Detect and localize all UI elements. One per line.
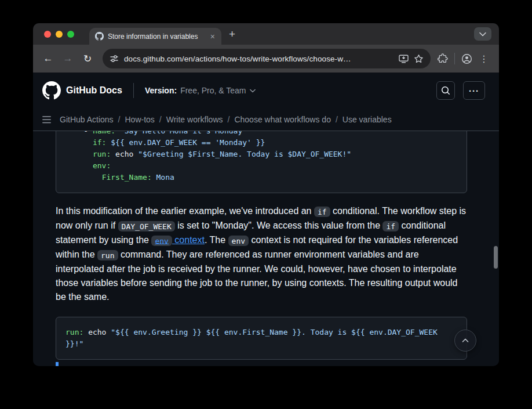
breadcrumb-separator: / xyxy=(228,115,230,124)
inline-code: if xyxy=(314,207,330,217)
tab-strip: Store information in variables × + xyxy=(33,23,499,45)
code-line: if: ${{ env.DAY_OF_WEEK == 'Monday' }} xyxy=(65,137,457,149)
breadcrumb-link[interactable]: Use variables xyxy=(342,115,392,124)
article-paragraph: In this modification of the earlier exam… xyxy=(56,204,467,304)
site-title[interactable]: GitHub Docs xyxy=(66,85,122,96)
inline-code: env xyxy=(228,236,249,246)
toolbar-separator xyxy=(454,53,455,64)
breadcrumb-separator: / xyxy=(336,115,338,124)
site-settings-icon[interactable] xyxy=(110,54,119,63)
env-context-link[interactable]: env context xyxy=(151,235,205,245)
code-line: env: xyxy=(65,160,457,172)
breadcrumb-link[interactable]: Write workflows xyxy=(166,115,223,124)
breadcrumb: GitHub Actions/How-tos/Write workflows/C… xyxy=(60,115,392,124)
window-controls xyxy=(33,31,80,38)
site-header: GitHub Docs Version: Free, Pro, & Team ·… xyxy=(33,73,499,108)
header-divider xyxy=(133,83,134,98)
breadcrumb-separator: / xyxy=(118,115,121,124)
desktop-background: Store information in variables × + ← → ↻ xyxy=(0,0,532,409)
scrollbar-thumb[interactable] xyxy=(494,246,498,269)
search-button[interactable] xyxy=(436,81,455,100)
new-tab-button[interactable]: + xyxy=(229,28,235,39)
browser-toolbar: ← → ↻ docs.github.com/en/actions/how-tos… xyxy=(33,45,499,73)
profile-icon[interactable] xyxy=(461,53,472,64)
breadcrumb-separator: / xyxy=(159,115,162,124)
breadcrumb-link[interactable]: GitHub Actions xyxy=(60,115,114,124)
article-content: - name: "Say Hello Mona it's Monday" if:… xyxy=(33,131,499,366)
partial-element xyxy=(56,362,59,366)
breadcrumb-link[interactable]: Choose what workflows do xyxy=(234,115,331,124)
back-button[interactable]: ← xyxy=(40,50,56,67)
code-line: run: echo "$Greeting $First_Name. Today … xyxy=(65,149,457,160)
back-to-top-button[interactable] xyxy=(454,330,476,352)
browser-menu-icon[interactable]: ⋮ xyxy=(476,50,492,67)
code-line: First_Name: Mona xyxy=(65,172,457,183)
tab-favicon-github-icon xyxy=(94,32,104,41)
paragraph-text: is set to "Monday". We access this value… xyxy=(175,220,383,230)
code-block-run: run: echo "${{ env.Greeting }} ${{ env.F… xyxy=(56,317,467,360)
header-actions: ··· xyxy=(436,81,485,100)
code-block-yaml: - name: "Say Hello Mona it's Monday" if:… xyxy=(56,131,467,193)
close-window-button[interactable] xyxy=(44,31,51,38)
inline-code: DAY_OF_WEEK xyxy=(118,221,175,231)
inline-code: run xyxy=(97,250,118,260)
browser-tab[interactable]: Store information in variables × xyxy=(89,28,221,45)
extensions-icon[interactable] xyxy=(438,53,448,64)
chevron-down-icon[interactable] xyxy=(250,89,256,93)
menu-hamburger-icon[interactable] xyxy=(42,115,52,125)
code-line: - name: "Say Hello Mona it's Monday" xyxy=(65,131,457,137)
breadcrumb-bar: GitHub Actions/How-tos/Write workflows/C… xyxy=(33,108,499,131)
more-options-button[interactable]: ··· xyxy=(463,81,485,100)
install-page-icon[interactable] xyxy=(399,55,409,63)
github-logo-icon[interactable] xyxy=(42,81,61,100)
address-bar[interactable]: docs.github.com/en/actions/how-tos/write… xyxy=(103,49,431,68)
version-label: Version: xyxy=(145,86,177,95)
inline-code: if xyxy=(382,221,399,231)
url-text[interactable]: docs.github.com/en/actions/how-tos/write… xyxy=(124,55,393,63)
zoom-window-button[interactable] xyxy=(67,31,74,38)
browser-window: Store information in variables × + ← → ↻ xyxy=(33,23,499,366)
tab-title: Store information in variables xyxy=(108,32,205,41)
tab-search-chevron-button[interactable] xyxy=(474,27,491,41)
paragraph-text: In this modification of the earlier exam… xyxy=(56,206,314,216)
tab-close-icon[interactable]: × xyxy=(209,32,216,41)
code-line: run: echo "${{ env.Greeting }} ${{ env.F… xyxy=(65,327,457,350)
forward-button[interactable]: → xyxy=(60,50,76,67)
minimize-window-button[interactable] xyxy=(56,31,63,38)
reload-button[interactable]: ↻ xyxy=(79,50,96,67)
version-picker[interactable]: Free, Pro, & Team xyxy=(180,86,246,95)
breadcrumb-link[interactable]: How-tos xyxy=(125,115,155,124)
bookmark-star-icon[interactable] xyxy=(414,54,424,64)
paragraph-text: . The xyxy=(205,235,228,245)
